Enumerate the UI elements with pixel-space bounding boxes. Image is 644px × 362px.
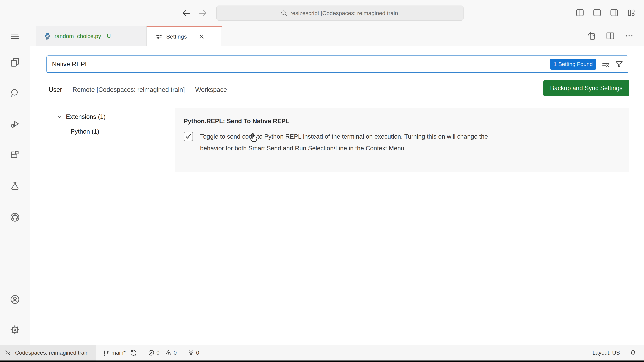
title-bar: resizescript [Codespaces: reimagined tra… bbox=[0, 0, 644, 26]
problems-status[interactable]: 0 0 bbox=[148, 349, 177, 356]
mouse-cursor bbox=[249, 132, 260, 143]
error-count: 0 bbox=[156, 350, 160, 356]
keyboard-layout-status[interactable]: Layout: US bbox=[592, 350, 620, 356]
account-icon[interactable] bbox=[10, 294, 20, 305]
settings-scope-tabs: User Remote [Codespaces: reimagined trai… bbox=[49, 83, 227, 96]
search-icon bbox=[280, 9, 288, 17]
warning-icon bbox=[165, 349, 172, 356]
extensions-icon[interactable] bbox=[10, 150, 20, 160]
git-branch-icon bbox=[103, 349, 110, 356]
settings-sliders-icon bbox=[156, 33, 162, 40]
back-icon[interactable] bbox=[182, 8, 191, 18]
editor-tab-bar: random_choice.py U Settings bbox=[30, 26, 644, 46]
chevron-down-icon bbox=[56, 113, 63, 120]
run-debug-icon[interactable] bbox=[10, 119, 20, 129]
error-icon bbox=[148, 349, 155, 356]
scope-tab-remote[interactable]: Remote [Codespaces: reimagined train] bbox=[72, 86, 185, 93]
toc-item-extensions[interactable]: Extensions (1) bbox=[46, 109, 159, 124]
settings-toc: Extensions (1) Python (1) bbox=[46, 109, 159, 139]
git-status-badge: U bbox=[107, 33, 111, 39]
settings-editor: 1 Setting Found User Remote [Codespaces:… bbox=[30, 46, 644, 345]
sync-icon bbox=[130, 349, 137, 356]
toc-item-label: Python (1) bbox=[70, 128, 99, 135]
setting-checkbox[interactable] bbox=[184, 132, 193, 141]
setting-send-to-native-repl: Python.REPL: Send To Native REPL Toggle … bbox=[175, 108, 630, 172]
explorer-icon[interactable] bbox=[10, 57, 20, 67]
menu-icon[interactable] bbox=[10, 31, 20, 41]
toc-item-python[interactable]: Python (1) bbox=[46, 124, 159, 139]
clear-filters-icon[interactable] bbox=[602, 60, 610, 68]
command-center[interactable]: resizescript [Codespaces: reimagined tra… bbox=[216, 5, 464, 21]
settings-search-input[interactable] bbox=[47, 57, 550, 72]
scope-tab-user[interactable]: User bbox=[49, 86, 62, 93]
status-bar: Codespaces: reimagined train main* 0 0 0… bbox=[0, 345, 644, 361]
settings-gear-icon[interactable] bbox=[10, 325, 20, 335]
toc-item-label: Extensions (1) bbox=[66, 113, 106, 120]
git-branch-label: main* bbox=[111, 350, 126, 356]
bell-icon bbox=[630, 349, 636, 356]
remote-indicator[interactable]: Codespaces: reimagined train bbox=[0, 345, 96, 361]
python-icon bbox=[44, 32, 51, 40]
tab-label: Settings bbox=[166, 33, 187, 40]
activity-bar bbox=[0, 26, 30, 345]
split-editor-icon[interactable] bbox=[606, 31, 615, 41]
customize-layout-icon[interactable] bbox=[626, 8, 636, 17]
results-count-badge: 1 Setting Found bbox=[550, 59, 596, 70]
github-icon[interactable] bbox=[10, 212, 20, 222]
ports-status[interactable]: 0 bbox=[188, 349, 199, 356]
keyboard-layout-label: Layout: US bbox=[592, 350, 620, 356]
sync-changes[interactable] bbox=[130, 349, 137, 356]
remote-indicator-label: Codespaces: reimagined train bbox=[15, 350, 88, 356]
forward-icon[interactable] bbox=[198, 8, 208, 18]
open-settings-json-icon[interactable] bbox=[587, 31, 596, 41]
filter-icon[interactable] bbox=[615, 60, 624, 68]
ports-icon bbox=[188, 349, 194, 356]
tab-random-choice-py[interactable]: random_choice.py U bbox=[36, 26, 146, 46]
setting-title: Python.REPL: Send To Native REPL bbox=[184, 117, 630, 125]
git-branch-status[interactable]: main* bbox=[103, 349, 126, 356]
notifications-button[interactable] bbox=[630, 349, 636, 356]
scope-tab-workspace[interactable]: Workspace bbox=[195, 86, 227, 93]
toc-separator bbox=[160, 108, 160, 345]
tab-settings[interactable]: Settings bbox=[146, 26, 222, 46]
close-icon[interactable] bbox=[198, 33, 205, 40]
remote-indicator-icon bbox=[4, 349, 12, 356]
more-actions-icon[interactable] bbox=[624, 31, 634, 41]
setting-description-line: behavior for both Smart Send and Run Sel… bbox=[200, 142, 589, 154]
backup-and-sync-button[interactable]: Backup and Sync Settings bbox=[544, 80, 629, 96]
settings-search-box: 1 Setting Found bbox=[46, 55, 628, 73]
testing-icon[interactable] bbox=[10, 181, 20, 191]
toggle-panel-icon[interactable] bbox=[592, 8, 602, 17]
warning-count: 0 bbox=[174, 350, 176, 356]
screen-bottom-strip bbox=[0, 361, 644, 362]
toggle-sidebar-icon[interactable] bbox=[575, 8, 585, 17]
toggle-secondary-sidebar-icon[interactable] bbox=[610, 8, 619, 17]
search-view-icon[interactable] bbox=[10, 88, 20, 98]
command-center-label: resizescript [Codespaces: reimagined tra… bbox=[290, 10, 400, 16]
tab-label: random_choice.py bbox=[54, 33, 101, 39]
ports-count: 0 bbox=[196, 350, 199, 356]
